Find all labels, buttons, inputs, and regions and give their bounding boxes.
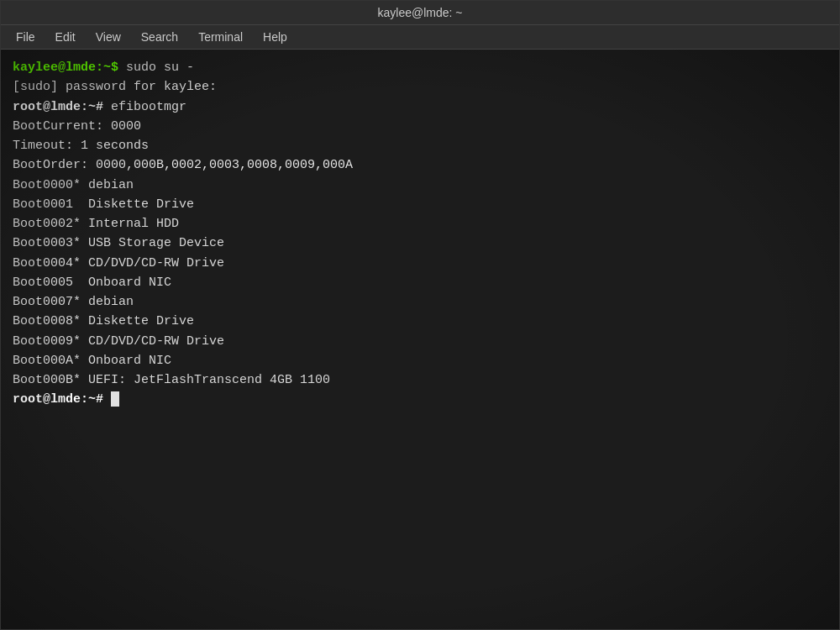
boot-0001: Boot0001 Diskette Drive <box>13 197 194 212</box>
boot-0008: Boot0008* Diskette Drive <box>13 314 194 328</box>
menu-file[interactable]: File <box>8 29 44 45</box>
cursor <box>111 391 119 407</box>
boot-0009: Boot0009* CD/DVD/CD-RW Drive <box>13 334 224 349</box>
user-prompt-1: kaylee@lmde:~$ <box>13 60 118 75</box>
boot-0003: Boot0003* USB Storage Device <box>13 236 224 250</box>
title-bar: kaylee@lmde: ~ <box>1 1 839 25</box>
boot-order: BootOrder: 0000,000B,0002,0003,0008,0009… <box>13 158 353 172</box>
root-prompt-2: root@lmde:~# <box>13 392 103 407</box>
boot-0000: Boot0000* debian <box>13 178 134 192</box>
terminal-output: kaylee@lmde:~$ sudo su - [sudo] password… <box>13 58 827 410</box>
boot-000b: Boot000B* UEFI: JetFlashTranscend 4GB 11… <box>13 373 330 387</box>
sudo-password-prompt: [sudo] password for kaylee: <box>13 80 217 94</box>
menu-search[interactable]: Search <box>133 29 186 45</box>
boot-current: BootCurrent: 0000 <box>13 119 141 134</box>
boot-0007: Boot0007* debian <box>13 295 134 309</box>
menu-edit[interactable]: Edit <box>47 29 84 45</box>
boot-0005: Boot0005 Onboard NIC <box>13 276 171 290</box>
terminal-window: kaylee@lmde: ~ File Edit View Search Ter… <box>0 0 840 630</box>
boot-0002: Boot0002* Internal HDD <box>13 217 179 231</box>
root-prompt-1: root@lmde:~# <box>13 100 103 114</box>
boot-0004: Boot0004* CD/DVD/CD-RW Drive <box>13 256 224 270</box>
boot-000a: Boot000A* Onboard NIC <box>13 354 171 368</box>
title-text: kaylee@lmde: ~ <box>378 6 463 19</box>
timeout: Timeout: 1 seconds <box>13 139 149 153</box>
menu-terminal[interactable]: Terminal <box>190 29 251 45</box>
menu-bar: File Edit View Search Terminal Help <box>1 25 839 50</box>
menu-help[interactable]: Help <box>255 29 296 45</box>
menu-view[interactable]: View <box>87 29 129 45</box>
terminal-body[interactable]: kaylee@lmde:~$ sudo su - [sudo] password… <box>1 50 839 629</box>
